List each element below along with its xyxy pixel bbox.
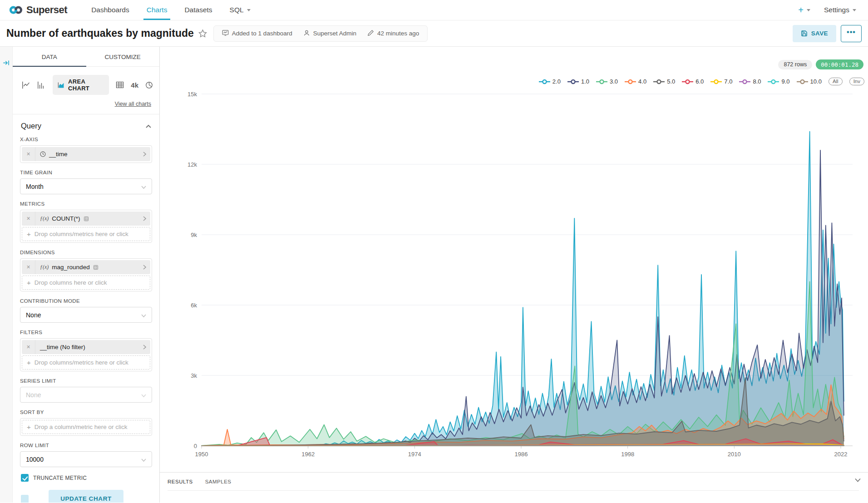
legend-inv-button[interactable]: Inv [849, 78, 864, 85]
legend-item-1.0[interactable]: 1.0 [567, 78, 589, 85]
panel-collapse-strip [0, 47, 13, 503]
remove-icon[interactable]: × [22, 212, 35, 226]
bar-chart-icon[interactable] [37, 81, 46, 89]
x-axis-pill[interactable]: × __time [22, 147, 150, 161]
meta-user[interactable]: Superset Admin [298, 30, 362, 38]
dimension-pill[interactable]: × ƒ(x) mag_rounded [22, 260, 150, 274]
line-chart-icon[interactable] [22, 81, 30, 89]
results-tab-results[interactable]: RESULTS [168, 479, 193, 484]
tab-data[interactable]: DATA [13, 47, 86, 66]
legend-item-9.0[interactable]: 9.0 [768, 78, 789, 85]
legend-item-7.0[interactable]: 7.0 [710, 78, 732, 85]
new-item-button[interactable]: + [798, 5, 810, 15]
save-label: SAVE [811, 30, 828, 37]
time-grain-select[interactable]: Month [20, 178, 152, 194]
chart-header: Number of earthquakes by magnitude Added… [0, 20, 868, 47]
dimensions-dropzone[interactable]: + Drop columns here or click [22, 276, 150, 290]
expand-panel-icon[interactable] [3, 59, 10, 66]
legend-item-2.0[interactable]: 2.0 [539, 78, 561, 85]
dimensions-field: × ƒ(x) mag_rounded + [20, 258, 152, 291]
filters-dropzone[interactable]: + Drop columns/metrics here or click [22, 355, 150, 370]
chevron-down-icon [141, 456, 146, 463]
dimension-value: mag_rounded [52, 264, 89, 271]
svg-text:9k: 9k [191, 232, 197, 238]
viz-type-selected-area-chart[interactable]: AREA CHART [53, 75, 109, 95]
nav-item-dashboards[interactable]: Dashboards [83, 0, 138, 20]
results-tab-samples[interactable]: SAMPLES [205, 479, 232, 484]
partially-visible-checkbox[interactable] [21, 495, 29, 503]
legend-item-5.0[interactable]: 5.0 [653, 78, 675, 85]
legend-marker-icon [739, 79, 750, 84]
time-grain-value: Month [26, 183, 44, 190]
chevron-down-icon [247, 9, 251, 11]
pencil-icon [367, 30, 374, 38]
plus-icon: + [27, 279, 31, 286]
metrics-field: × ƒ(x) COUNT(*) + [20, 210, 152, 243]
metrics-label: METRICS [20, 201, 152, 207]
sort-by-dropzone[interactable]: + Drop a column/metric here or click [22, 420, 150, 434]
viz-type-row: AREA CHART 4k [13, 67, 159, 95]
favorite-star-icon[interactable] [198, 29, 207, 38]
series-limit-label: SERIES LIMIT [20, 378, 152, 384]
filter-pill[interactable]: × __time (No filter) [22, 340, 150, 354]
settings-label: Settings [824, 6, 849, 14]
filters-field: × __time (No filter) + Drop columns/metr… [20, 338, 152, 371]
legend-marker-icon [797, 79, 808, 84]
area-chart[interactable]: 03k6k9k12k15k195019621974198619982010202… [160, 47, 868, 472]
metric-pill[interactable]: × ƒ(x) COUNT(*) [22, 212, 150, 226]
legend-item-10.0[interactable]: 10.0 [797, 78, 822, 85]
contribution-mode-select[interactable]: None [20, 307, 152, 323]
svg-text:1962: 1962 [301, 451, 315, 458]
legend-item-4.0[interactable]: 4.0 [625, 78, 646, 85]
remove-icon[interactable]: × [22, 340, 35, 354]
pie-chart-icon[interactable] [145, 81, 153, 89]
x-axis-value: __time [49, 151, 68, 158]
collapse-section-icon[interactable] [146, 124, 151, 128]
legend-all-button[interactable]: All [829, 78, 843, 85]
nav-item-datasets[interactable]: Datasets [176, 0, 221, 20]
more-options-button[interactable]: ••• [841, 25, 862, 42]
chevron-down-icon [141, 391, 146, 399]
dashboard-icon [222, 30, 229, 38]
remove-icon[interactable]: × [22, 260, 35, 274]
legend-item-8.0[interactable]: 8.0 [739, 78, 761, 85]
legend-label: 10.0 [810, 78, 822, 85]
legend-label: 6.0 [695, 78, 704, 85]
remove-icon[interactable]: × [22, 147, 35, 161]
truncate-metric-checkbox[interactable] [21, 474, 29, 482]
series-limit-select[interactable]: None [20, 387, 152, 403]
sort-by-label: SORT BY [20, 409, 152, 415]
meta-dashboard[interactable]: Added to 1 dashboard [217, 30, 298, 38]
superset-logo[interactable]: Superset [9, 0, 67, 20]
legend-label: 1.0 [581, 78, 589, 85]
metrics-dropzone-text: Drop columns/metrics here or click [35, 231, 128, 237]
metrics-dropzone[interactable]: + Drop columns/metrics here or click [22, 227, 150, 241]
settings-menu[interactable]: Settings [824, 6, 856, 14]
filters-label: FILTERS [20, 330, 152, 335]
page-title: Number of earthquakes by magnitude [6, 27, 194, 39]
legend-marker-icon [625, 79, 636, 84]
filters-dropzone-text: Drop columns/metrics here or click [35, 359, 128, 366]
chevron-right-icon [143, 345, 150, 350]
contribution-mode-value: None [26, 311, 41, 319]
table-icon[interactable] [116, 81, 124, 89]
view-all-charts-link[interactable]: View all charts [115, 101, 151, 107]
legend-label: 8.0 [753, 78, 761, 85]
truncate-metric-label: TRUNCATE METRIC [33, 475, 87, 481]
meta-pencil[interactable]: 42 minutes ago [362, 30, 424, 38]
nav-item-sql[interactable]: SQL [221, 0, 259, 20]
update-chart-button[interactable]: UPDATE CHART [49, 490, 123, 503]
meta-label: Added to 1 dashboard [232, 30, 292, 37]
big-number-icon[interactable]: 4k [131, 81, 138, 89]
save-button[interactable]: SAVE [793, 25, 836, 42]
nav-item-charts[interactable]: Charts [138, 0, 176, 20]
legend-marker-icon [567, 79, 579, 84]
legend-item-6.0[interactable]: 6.0 [682, 78, 704, 85]
row-limit-select[interactable]: 10000 [20, 451, 152, 467]
tab-customize[interactable]: CUSTOMIZE [86, 47, 160, 66]
chevron-right-icon [143, 152, 150, 157]
legend-item-3.0[interactable]: 3.0 [596, 78, 618, 85]
save-icon [801, 30, 808, 37]
collapse-results-icon[interactable] [855, 478, 861, 482]
dataset-column-icon [84, 216, 89, 222]
